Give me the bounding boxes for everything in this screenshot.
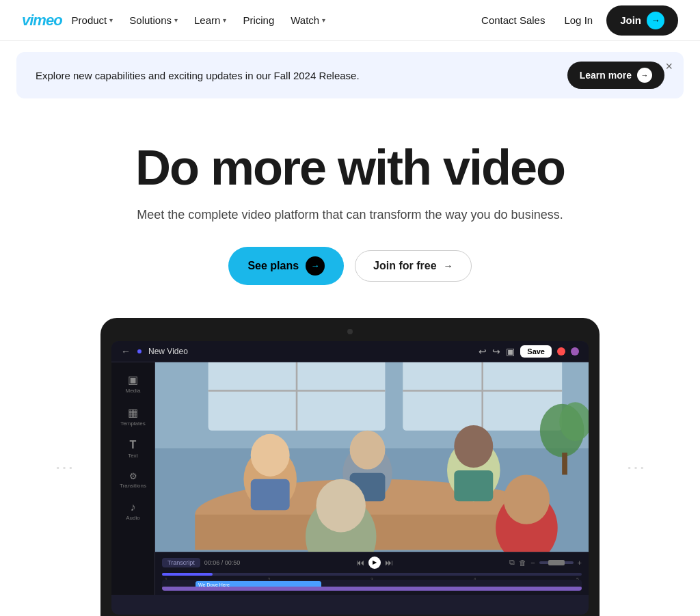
minus-icon: − (530, 559, 535, 567)
hero-title: Do more with video (14, 142, 686, 194)
sidebar-item-text[interactable]: T Text (116, 435, 151, 463)
chevron-down-icon: ▾ (109, 16, 113, 24)
svg-point-17 (454, 425, 493, 468)
deco-left: ⋯ (55, 456, 74, 479)
zoom-handle (548, 560, 565, 565)
sidebar-item-templates[interactable]: ▦ Templates (116, 402, 151, 431)
video-editor-main: Transcript 00:06 / 00:50 ⏮ (155, 362, 589, 595)
sidebar-label-text: Text (128, 453, 138, 459)
laptop-screen: ← New Video ↩ ↪ ▣ Save (111, 341, 589, 615)
user-avatar-purple (571, 347, 579, 356)
deco-right: ⋯ (626, 456, 645, 479)
sidebar-item-audio[interactable]: ♪ Audio (116, 497, 151, 525)
laptop-body: ← New Video ↩ ↪ ▣ Save (100, 318, 600, 616)
user-avatar-red (557, 347, 565, 356)
nav-item-watch[interactable]: Watch ▾ (284, 10, 332, 30)
nav-right: Contact Sales Log In Join → (476, 5, 678, 36)
svg-rect-18 (454, 470, 493, 501)
nav-item-learn[interactable]: Learn ▾ (187, 10, 233, 30)
video-dot (137, 349, 142, 353)
settings-icon: ▣ (506, 346, 515, 357)
zoom-slider[interactable] (539, 561, 574, 564)
arrow-right-icon: → (306, 256, 325, 276)
arrow-right-icon: → (444, 260, 453, 271)
arrow-right-icon: → (637, 68, 652, 83)
meeting-scene-svg (155, 362, 589, 552)
nav-item-solutions[interactable]: Solutions ▾ (122, 10, 185, 30)
video-preview (155, 362, 589, 552)
nav-item-pricing[interactable]: Pricing (236, 10, 281, 30)
text-icon: T (130, 439, 137, 451)
sidebar-item-transitions[interactable]: ⚙ Transitions (116, 467, 151, 493)
transcript-button[interactable]: Transcript (162, 558, 200, 567)
templates-icon: ▦ (128, 406, 138, 419)
learn-more-button[interactable]: Learn more → (567, 62, 664, 89)
audio-track (162, 587, 582, 591)
timeline-fill (162, 573, 213, 576)
svg-point-22 (316, 479, 365, 532)
log-in-link[interactable]: Log In (558, 10, 598, 30)
topbar-right: ↩ ↪ ▣ Save (479, 345, 579, 358)
copy-icon: ⧉ (509, 558, 515, 567)
chevron-down-icon: ▾ (174, 16, 178, 24)
hero-section: Do more with video Meet the complete vid… (0, 109, 700, 616)
nav-left: vimeo Product ▾ Solutions ▾ Learn ▾ Pric… (22, 10, 332, 30)
arrow-right-icon: → (647, 12, 664, 29)
redo-icon: ↪ (492, 346, 500, 357)
join-button[interactable]: Join → (606, 5, 678, 36)
timeline-progress-bar[interactable]: 1 2 3 4 5 (162, 573, 582, 576)
vimeo-logo[interactable]: vimeo (22, 12, 62, 29)
svg-rect-25 (562, 453, 567, 474)
video-track: We Dove Here (162, 580, 582, 591)
screen-topbar: ← New Video ↩ ↪ ▣ Save (111, 341, 589, 362)
screen-body: ▣ Media ▦ Templates T Text (111, 362, 589, 595)
timeline-panel: Transcript 00:06 / 00:50 ⏮ (155, 552, 589, 595)
nav-item-product[interactable]: Product ▾ (65, 10, 120, 30)
back-icon: ← (121, 346, 131, 357)
rewind-icon[interactable]: ⏮ (356, 558, 364, 567)
timeline-left: Transcript 00:06 / 00:50 (162, 558, 240, 567)
sidebar-label-media: Media (126, 388, 141, 394)
playback-controls: ⏮ ▶ ⏭ (356, 557, 393, 569)
svg-point-20 (504, 474, 550, 524)
delete-icon: 🗑 (519, 559, 526, 567)
transitions-icon: ⚙ (129, 471, 137, 481)
laptop-illustration: ⋯ ⋯ ← New Video ↩ ↪ (14, 318, 686, 616)
media-icon: ▣ (128, 373, 138, 386)
hero-buttons: See plans → Join for free → (14, 247, 686, 285)
audio-icon: ♪ (131, 501, 136, 513)
hero-subtitle: Meet the complete video platform that ca… (14, 208, 686, 222)
plus-icon: + (578, 559, 582, 567)
save-button[interactable]: Save (520, 345, 552, 358)
editor-sidebar: ▣ Media ▦ Templates T Text (111, 362, 155, 595)
contact-sales-link[interactable]: Contact Sales (476, 10, 550, 30)
svg-point-11 (251, 433, 290, 476)
navbar: vimeo Product ▾ Solutions ▾ Learn ▾ Pric… (0, 0, 700, 41)
play-button[interactable]: ▶ (368, 557, 381, 569)
sidebar-label-audio: Audio (126, 515, 139, 521)
svg-point-14 (350, 430, 386, 469)
fast-forward-icon[interactable]: ⏭ (385, 558, 393, 567)
banner-right: Learn more → (567, 62, 664, 89)
see-plans-button[interactable]: See plans → (228, 247, 344, 285)
sidebar-label-templates: Templates (120, 420, 145, 427)
video-title: New Video (148, 347, 188, 356)
banner-text: Explore new capabilities and exciting up… (36, 70, 360, 81)
svg-rect-12 (251, 479, 290, 509)
topbar-left: ← New Video (121, 346, 188, 357)
chevron-down-icon: ▾ (223, 16, 226, 24)
announcement-banner: Explore new capabilities and exciting up… (16, 52, 684, 98)
undo-icon: ↩ (479, 346, 487, 357)
laptop-camera (347, 329, 353, 334)
timeline-right-controls: ⧉ 🗑 − + (509, 558, 582, 567)
close-button[interactable]: × (665, 60, 673, 72)
join-free-button[interactable]: Join for free → (355, 250, 471, 282)
chevron-down-icon: ▾ (322, 16, 325, 24)
time-display: 00:06 / 00:50 (204, 559, 241, 566)
timeline-top: Transcript 00:06 / 00:50 ⏮ (162, 557, 582, 569)
sidebar-item-media[interactable]: ▣ Media (116, 369, 151, 398)
sidebar-label-transitions: Transitions (120, 483, 146, 489)
